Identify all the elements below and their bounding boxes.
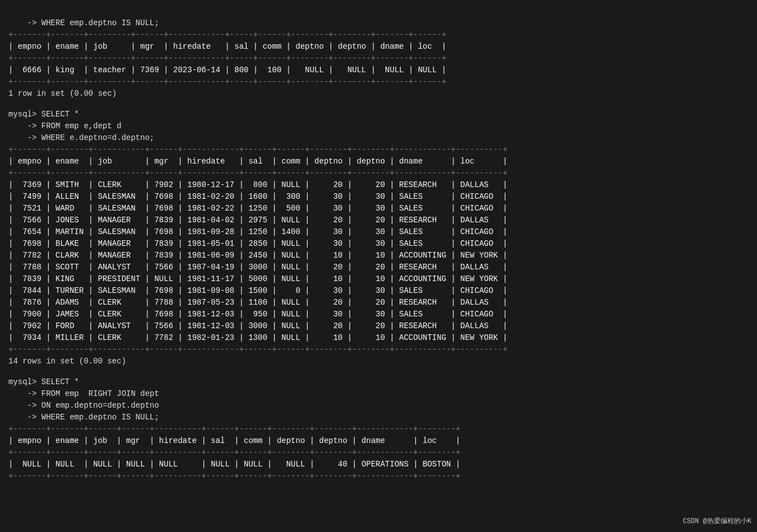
table3-divider-mid: +-------+-------+------+------+---------… (8, 447, 749, 459)
table1-divider-mid: +-------+-------+---------+------+------… (8, 53, 749, 64)
table2-row-turner: | 7844 | TURNER | SALESMAN | 7698 | 1981… (8, 285, 749, 297)
table2-row-martin: | 7654 | MARTIN | SALESMAN | 7698 | 1981… (8, 226, 749, 238)
query3-line3: -> ON emp.deptno=dept.deptno (8, 400, 749, 412)
table2-row-king: | 7839 | KING | PRESIDENT | NULL | 1981-… (8, 273, 749, 285)
query3-line1: mysql> SELECT * (8, 376, 749, 388)
table2-row-miller: | 7934 | MILLER | CLERK | 7782 | 1982-01… (8, 332, 749, 344)
table1-rowcount: 1 row in set (0.00 sec) (8, 88, 749, 100)
table2-header: | empno | ename | job | mgr | hiredate |… (8, 156, 749, 167)
query2-line1: mysql> SELECT * (8, 109, 749, 120)
query2-line2: -> FROM emp e,dept d (8, 120, 749, 132)
table2-divider-top: +-------+--------+-----------+------+---… (8, 144, 749, 156)
table2-row-james: | 7900 | JAMES | CLERK | 7698 | 1981-12-… (8, 309, 749, 320)
table2-row-adams: | 7876 | ADAMS | CLERK | 7788 | 1987-05-… (8, 297, 749, 309)
table2-row-clark: | 7782 | CLARK | MANAGER | 7839 | 1981-0… (8, 250, 749, 262)
table3-header: | empno | ename | job | mgr | hiredate |… (8, 435, 749, 447)
query3-line2: -> FROM emp RIGHT JOIN dept (8, 388, 749, 400)
table2-row-ford: | 7902 | FORD | ANALYST | 7566 | 1981-12… (8, 320, 749, 332)
table2-row-smith: | 7369 | SMITH | CLERK | 7902 | 1980-12-… (8, 179, 749, 191)
query1-where-line: -> WHERE emp.deptno IS NULL; (8, 18, 159, 27)
terminal: -> WHERE emp.deptno IS NULL; (8, 6, 749, 29)
table2-divider-mid: +-------+--------+-----------+------+---… (8, 167, 749, 179)
table2-divider-bot: +-------+--------+-----------+------+---… (8, 344, 749, 356)
watermark-label: CSDN @热爱编程的小K (683, 516, 751, 526)
table2-rowcount: 14 rows in set (0.00 sec) (8, 356, 749, 367)
table3-divider-top: +-------+-------+------+------+---------… (8, 423, 749, 435)
table3-divider-bot: +-------+-------+------+------+---------… (8, 470, 749, 482)
table2-row-ward: | 7521 | WARD | SALESMAN | 7698 | 1981-0… (8, 203, 749, 214)
table2-row-allen: | 7499 | ALLEN | SALESMAN | 7698 | 1981-… (8, 191, 749, 203)
table2-row-blake: | 7698 | BLAKE | MANAGER | 7839 | 1981-0… (8, 238, 749, 250)
table1-divider-top: +-------+-------+---------+------+------… (8, 29, 749, 41)
query3-line4: -> WHERE emp.deptno IS NULL; (8, 412, 749, 423)
table1-header: | empno | ename | job | mgr | hiredate |… (8, 41, 749, 53)
table2-row-scott: | 7788 | SCOTT | ANALYST | 7566 | 1987-0… (8, 262, 749, 273)
table1-divider-bot: +-------+-------+---------+------+------… (8, 76, 749, 88)
table1-row1: | 6666 | king | teacher | 7369 | 2023-06… (8, 64, 749, 76)
table2-row-jones: | 7566 | JONES | MANAGER | 7839 | 1981-0… (8, 214, 749, 226)
query2-line3: -> WHERE e.deptno=d.deptno; (8, 132, 749, 144)
table3-row1: | NULL | NULL | NULL | NULL | NULL | NUL… (8, 459, 749, 470)
